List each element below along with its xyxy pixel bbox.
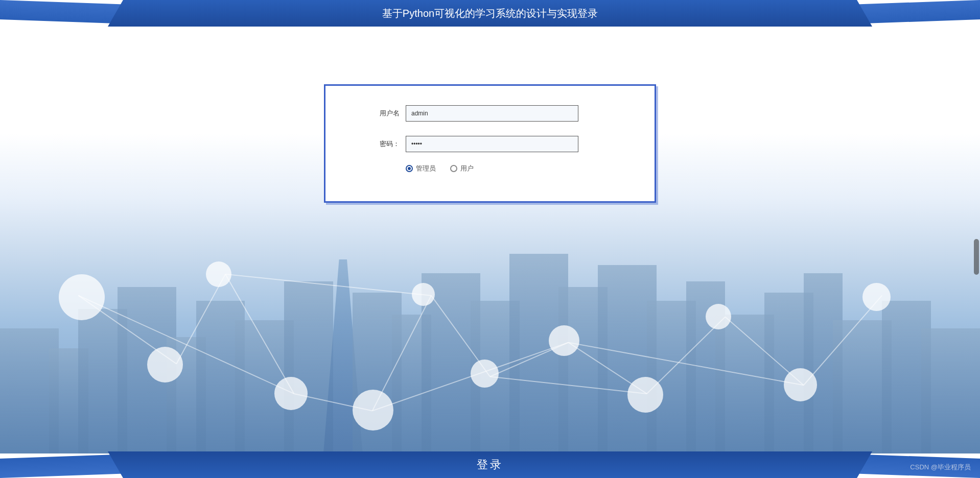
network-node xyxy=(147,347,183,383)
password-row: 密码： xyxy=(356,136,624,152)
network-node xyxy=(784,368,817,401)
username-input[interactable] xyxy=(406,105,578,122)
network-node xyxy=(471,360,499,388)
radio-unchecked-icon xyxy=(450,165,457,172)
role-admin-label: 管理员 xyxy=(416,164,436,173)
username-label: 用户名 xyxy=(356,109,400,118)
role-user-label: 用户 xyxy=(460,164,474,173)
radio-checked-icon xyxy=(406,165,413,172)
network-node xyxy=(862,283,891,311)
header-banner: 基于Python可视化的学习系统的设计与实现登录 xyxy=(0,0,980,27)
watermark: CSDN @毕业程序员 xyxy=(910,463,971,472)
network-node xyxy=(206,261,231,287)
role-admin-radio[interactable]: 管理员 xyxy=(406,164,436,173)
page-title: 基于Python可视化的学习系统的设计与实现登录 xyxy=(108,0,872,27)
network-node xyxy=(549,325,579,356)
password-label: 密码： xyxy=(356,139,400,149)
network-node xyxy=(706,304,731,329)
network-node xyxy=(353,390,393,431)
footer-wing-left xyxy=(0,454,127,478)
network-node xyxy=(412,283,435,306)
login-button[interactable]: 登录 xyxy=(108,451,872,478)
footer-banner: 登录 xyxy=(0,451,980,478)
role-user-radio[interactable]: 用户 xyxy=(450,164,474,173)
network-node xyxy=(627,377,663,413)
city-skyline xyxy=(0,176,980,453)
network-node xyxy=(274,377,308,410)
password-input[interactable] xyxy=(406,136,578,152)
login-panel: 用户名 密码： 管理员 用户 xyxy=(324,84,656,203)
network-node xyxy=(59,274,105,320)
username-row: 用户名 xyxy=(356,105,624,122)
scroll-indicator[interactable] xyxy=(974,239,979,275)
header-wing-left xyxy=(0,0,127,24)
role-radio-group: 管理员 用户 xyxy=(356,164,624,173)
header-wing-right xyxy=(853,0,980,24)
